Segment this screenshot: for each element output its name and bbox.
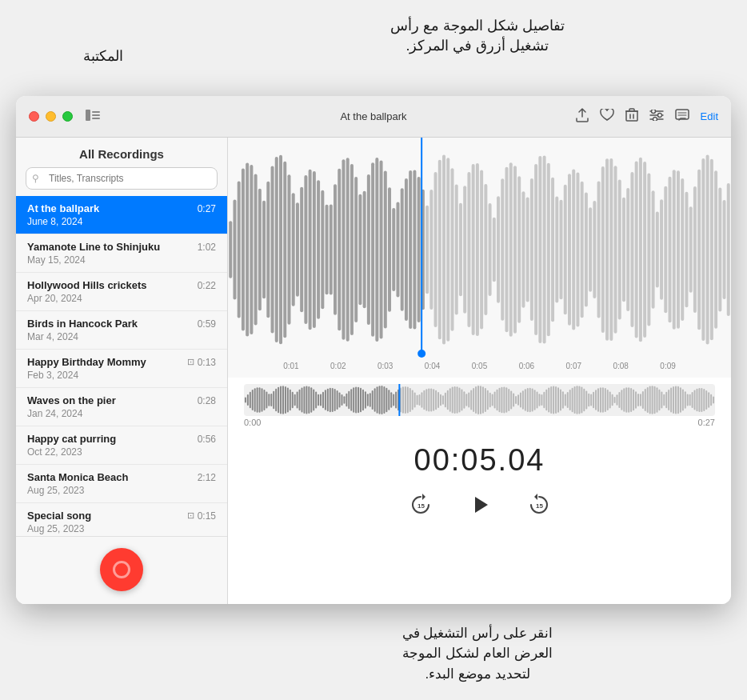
recording-item[interactable]: At the ballpark0:27June 8, 2024 [16, 196, 227, 234]
time-mark: 0:07 [566, 362, 581, 370]
recording-date: Apr 20, 2024 [27, 293, 216, 304]
recording-list: At the ballpark0:27June 8, 2024Yamanote … [16, 196, 227, 536]
time-mark: 0:02 [330, 362, 346, 370]
recording-item[interactable]: Waves on the pier0:28Jan 24, 2024 [16, 388, 227, 426]
recording-title: Santa Monica Beach [27, 471, 128, 483]
time-mark: 0:05 [472, 362, 487, 370]
sidebar-search-container: ⚲ [26, 167, 218, 190]
recording-item[interactable]: Santa Monica Beach2:12Aug 25, 2023 [16, 465, 227, 503]
svg-rect-4 [626, 111, 637, 121]
recording-date: Mar 4, 2024 [27, 331, 216, 342]
svg-rect-2 [92, 114, 100, 116]
main-window: At the ballpark [16, 96, 731, 604]
recording-duration: 2:12 [198, 472, 216, 483]
sidebar: All Recordings ⚲ At the ballpark0:27June… [16, 138, 228, 604]
search-icon: ⚲ [32, 173, 39, 184]
overview-start-time: 0:00 [244, 418, 261, 427]
waveform-canvas [228, 138, 731, 362]
recording-date: Aug 25, 2023 [27, 523, 216, 534]
recording-title: Birds in Hancock Park [27, 318, 138, 330]
time-mark: 0:03 [377, 362, 393, 370]
overview-time: 0:00 0:27 [244, 416, 715, 429]
minimize-button[interactable] [46, 111, 56, 122]
close-button[interactable] [29, 111, 39, 122]
record-indicator [113, 561, 130, 578]
recording-title: Special song [27, 510, 91, 522]
recording-duration: 1:02 [198, 242, 216, 253]
overview-section: 0:00 0:27 [228, 378, 731, 432]
titlebar-actions: Edit [576, 108, 718, 126]
content-area: All Recordings ⚲ At the ballpark0:27June… [16, 138, 731, 604]
play-button[interactable] [465, 490, 494, 519]
search-input[interactable] [26, 167, 218, 190]
recording-shared-icon: ⊡ [187, 357, 194, 367]
sidebar-toggle-icon[interactable] [86, 108, 100, 125]
favorite-button[interactable] [600, 109, 614, 125]
recording-item[interactable]: Happy Birthday Mommy⊡0:13Feb 3, 2024 [16, 350, 227, 388]
settings-button[interactable] [649, 110, 664, 124]
recording-title: Yamanote Line to Shinjuku [27, 241, 160, 253]
time-mark: 0:08 [613, 362, 628, 370]
annotation-waveform: تفاصيل شكل الموجة مع رأس تشغيل أزرق في ا… [224, 16, 731, 56]
recording-title: Waves on the pier [27, 394, 116, 406]
svg-rect-1 [92, 111, 100, 113]
share-button[interactable] [576, 108, 589, 126]
recording-date: Jan 24, 2024 [27, 408, 216, 419]
recording-date: Oct 22, 2023 [27, 446, 216, 458]
titlebar: At the ballpark [16, 96, 731, 138]
player-area: // We'll generate this via JS below 0:01… [228, 138, 731, 604]
waveform-detail[interactable]: // We'll generate this via JS below [228, 138, 731, 362]
svg-rect-0 [86, 110, 90, 121]
skip-forward-button[interactable]: 15 [526, 492, 552, 518]
recording-item[interactable]: Hollywood Hills crickets0:22Apr 20, 2024 [16, 273, 227, 311]
annotation-bottom: انقر على رأس التشغيل في العرض العام لشكل… [224, 623, 731, 685]
recording-duration: 0:56 [198, 434, 216, 445]
recording-item[interactable]: Happy cat purring0:56Oct 22, 2023 [16, 426, 227, 465]
traffic-lights [29, 111, 73, 122]
sidebar-header: All Recordings [16, 138, 227, 167]
overview-waveform[interactable] [244, 384, 715, 416]
svg-text:15: 15 [536, 502, 543, 510]
svg-point-6 [651, 110, 655, 114]
recording-shared-icon: ⊡ [187, 510, 194, 521]
recording-date: June 8, 2024 [27, 216, 216, 227]
svg-text:15: 15 [417, 502, 425, 510]
recording-item[interactable]: Yamanote Line to Shinjuku1:02May 15, 202… [16, 234, 227, 273]
recording-duration: 0:59 [198, 318, 216, 330]
delete-button[interactable] [625, 108, 638, 126]
playback-controls: 15 15 [228, 484, 731, 532]
time-ruler: 0:010:020:030:040:050:060:070:080:09 [228, 362, 731, 378]
svg-point-10 [653, 117, 657, 121]
record-button[interactable] [100, 548, 143, 591]
sidebar-footer [16, 536, 227, 604]
time-display: 00:05.04 [228, 432, 731, 484]
recording-item[interactable]: Special song⊡0:15Aug 25, 2023 [16, 503, 227, 536]
annotation-library: المكتبة [83, 46, 123, 66]
recording-duration: 0:28 [198, 395, 216, 406]
titlebar-title: At the ballpark [340, 110, 406, 122]
skip-back-button[interactable]: 15 [408, 492, 433, 518]
transcript-button[interactable] [675, 109, 689, 125]
maximize-button[interactable] [62, 111, 73, 122]
recording-title: At the ballpark [27, 202, 99, 214]
svg-rect-11 [676, 110, 689, 119]
recording-title: Hollywood Hills crickets [27, 279, 147, 291]
recording-date: May 15, 2024 [27, 254, 216, 266]
time-mark: 0:04 [425, 362, 440, 370]
svg-point-8 [657, 113, 661, 117]
edit-button[interactable]: Edit [701, 110, 718, 122]
overview-end-time: 0:27 [698, 418, 715, 427]
time-mark: 0:06 [519, 362, 534, 370]
time-ruler-inner: 0:010:020:030:040:050:060:070:080:09 [244, 362, 715, 373]
recording-title: Happy cat purring [27, 433, 116, 445]
recording-item[interactable]: Birds in Hancock Park0:59Mar 4, 2024 [16, 311, 227, 350]
recording-date: Aug 25, 2023 [27, 485, 216, 496]
recording-title: Happy Birthday Mommy [27, 356, 146, 368]
recording-duration: 0:15 [198, 510, 216, 522]
svg-rect-3 [92, 118, 100, 119]
time-mark: 0:09 [660, 362, 675, 370]
overview-canvas [244, 384, 715, 416]
recording-duration: 0:27 [198, 203, 216, 214]
recording-duration: 0:22 [198, 280, 216, 291]
time-mark: 0:01 [283, 362, 298, 370]
